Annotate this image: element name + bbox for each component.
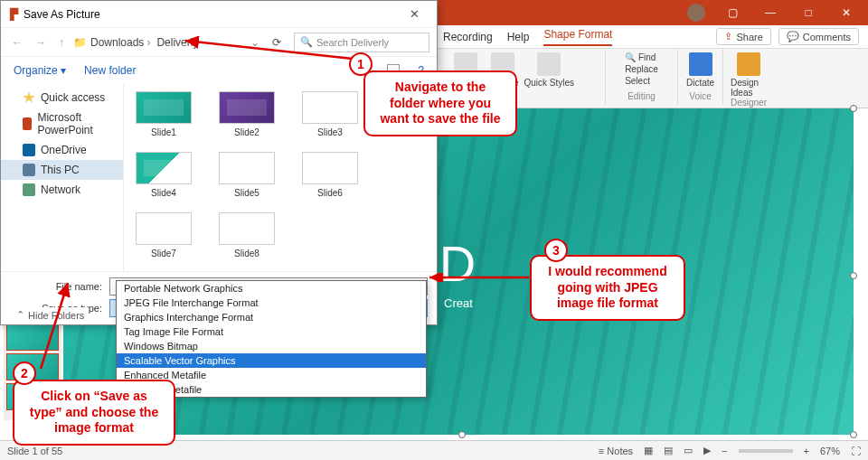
window-restore-icon[interactable]: ▢ <box>714 2 750 23</box>
dictate-label: Dictate <box>686 78 714 88</box>
file-item[interactable]: Slide7 <box>135 212 193 258</box>
sidebar-item-network[interactable]: Network <box>1 180 123 200</box>
file-label: Slide5 <box>234 188 259 198</box>
file-thumbnail <box>302 91 358 124</box>
notes-button[interactable]: ≡ Notes <box>599 446 633 456</box>
file-item[interactable]: Slide5 <box>218 152 276 198</box>
file-item[interactable]: Slide8 <box>218 212 276 258</box>
chevron-up-icon: ⌃ <box>16 309 24 321</box>
zoom-out-icon[interactable]: − <box>722 446 727 456</box>
view-normal-icon[interactable]: ▦ <box>644 445 653 456</box>
file-thumbnail <box>136 91 192 124</box>
file-thumbnail <box>302 152 358 184</box>
svg-line-0 <box>185 41 353 59</box>
sidebar-item-label: Microsoft PowerPoint <box>37 111 114 136</box>
breadcrumb-item-downloads[interactable]: Downloads <box>90 36 153 49</box>
sidebar-item-label: This PC <box>41 164 80 176</box>
fit-to-window-icon[interactable]: ⛶ <box>851 446 861 456</box>
net-icon <box>23 183 35 196</box>
slide-subtitle-text: Creat <box>439 296 477 310</box>
powerpoint-icon: ▛ <box>10 8 18 21</box>
format-option[interactable]: Windows Bitmap <box>117 339 426 353</box>
sidebar-item-quick-access[interactable]: Quick access <box>1 88 123 108</box>
format-option[interactable]: Tag Image File Format <box>117 324 426 339</box>
nav-back-icon[interactable]: ← <box>8 36 26 49</box>
file-item[interactable]: Slide2 <box>218 91 276 137</box>
design-ideas-label: Design Ideas <box>731 78 767 98</box>
zoom-in-icon[interactable]: + <box>804 446 809 456</box>
file-label: Slide2 <box>234 127 259 137</box>
user-avatar[interactable] <box>687 4 705 22</box>
dictate-icon[interactable] <box>689 52 712 76</box>
sidebar-item-label: OneDrive <box>41 144 87 156</box>
folder-icon: 📁 <box>73 36 87 49</box>
annotation-1: Navigate to the folder where you want to… <box>363 70 517 136</box>
file-thumbnail <box>219 91 275 124</box>
file-label: Slide3 <box>317 127 343 137</box>
sidebar-item-onedrive[interactable]: OneDrive <box>1 140 123 160</box>
annotation-3: I would recommend going with JPEG image … <box>530 255 685 321</box>
quick-styles-icon[interactable] <box>537 52 561 76</box>
format-option[interactable]: Portable Network Graphics <box>117 281 426 296</box>
sidebar-item-label: Network <box>41 183 80 196</box>
od-icon <box>23 144 35 156</box>
sidebar-item-microsoft-powerpoint[interactable]: Microsoft PowerPoint <box>1 108 123 140</box>
window-close-icon[interactable]: ✕ <box>828 2 864 23</box>
format-option[interactable]: JPEG File Interchange Format <box>117 296 426 310</box>
pp-icon <box>23 117 32 130</box>
replace-button[interactable]: Replace <box>625 64 658 74</box>
zoom-slider[interactable] <box>739 449 793 453</box>
organize-button[interactable]: Organize ▾ <box>14 64 66 77</box>
file-thumbnail <box>136 212 192 245</box>
file-item[interactable]: Slide3 <box>301 91 359 137</box>
comments-button[interactable]: 💬Comments <box>778 28 859 45</box>
window-maximize-icon[interactable]: □ <box>790 2 826 23</box>
zoom-level[interactable]: 67% <box>820 446 840 456</box>
find-button[interactable]: 🔍 Find <box>625 52 658 62</box>
file-label: Slide8 <box>234 249 259 258</box>
tab-shape-format[interactable]: Shape Format <box>543 28 612 46</box>
file-label: Slide1 <box>151 127 176 137</box>
sidebar-item-this-pc[interactable]: This PC <box>1 160 123 180</box>
new-folder-button[interactable]: New folder <box>84 64 136 77</box>
window-minimize-icon[interactable]: — <box>752 2 788 23</box>
view-sorter-icon[interactable]: ▤ <box>664 445 673 456</box>
slide-title-text: D <box>439 234 477 293</box>
sidebar-item-label: Quick access <box>41 91 105 104</box>
star-icon <box>23 91 35 104</box>
dialog-sidebar: Quick accessMicrosoft PowerPointOneDrive… <box>1 84 124 271</box>
annotation-number-1: 1 <box>349 52 373 76</box>
file-label: Slide7 <box>151 249 176 258</box>
tab-help[interactable]: Help <box>507 31 530 43</box>
dialog-close-icon[interactable]: ✕ <box>401 7 428 21</box>
design-ideas-icon[interactable] <box>737 52 760 76</box>
share-button[interactable]: ⇪Share <box>716 28 770 45</box>
nav-up-icon[interactable]: ↑ <box>55 36 68 49</box>
quickstyles-label: Quick Styles <box>524 78 575 88</box>
file-item[interactable]: Slide4 <box>135 152 193 198</box>
svg-line-2 <box>41 283 68 369</box>
pc-icon <box>23 164 35 176</box>
format-option[interactable]: Scalable Vector Graphics <box>117 353 426 368</box>
annotation-number-3: 3 <box>544 239 568 262</box>
file-label: Slide4 <box>151 188 176 198</box>
slide-counter: Slide 1 of 55 <box>7 446 62 456</box>
group-voice-label: Voice <box>689 91 711 101</box>
file-thumbnail <box>219 152 275 184</box>
group-designer-label: Designer <box>731 98 767 108</box>
view-slideshow-icon[interactable]: ▶ <box>703 445 711 456</box>
file-thumbnail <box>219 212 275 245</box>
file-item[interactable]: Slide6 <box>301 152 359 198</box>
select-button[interactable]: Select <box>625 76 658 86</box>
annotation-2: Click on “Save as type” and choose the i… <box>13 380 175 446</box>
tab-recording[interactable]: Recording <box>443 31 493 43</box>
view-reading-icon[interactable]: ▭ <box>684 445 693 456</box>
file-label: Slide6 <box>317 188 343 198</box>
nav-forward-icon[interactable]: → <box>32 36 50 49</box>
dialog-title: Save As Picture <box>24 8 100 21</box>
file-item[interactable]: Slide1 <box>135 91 193 137</box>
file-thumbnail <box>136 152 192 184</box>
dialog-titlebar: ▛ Save As Picture ✕ <box>1 1 437 28</box>
format-option[interactable]: Graphics Interchange Format <box>117 310 426 324</box>
group-editing-label: Editing <box>627 91 656 101</box>
